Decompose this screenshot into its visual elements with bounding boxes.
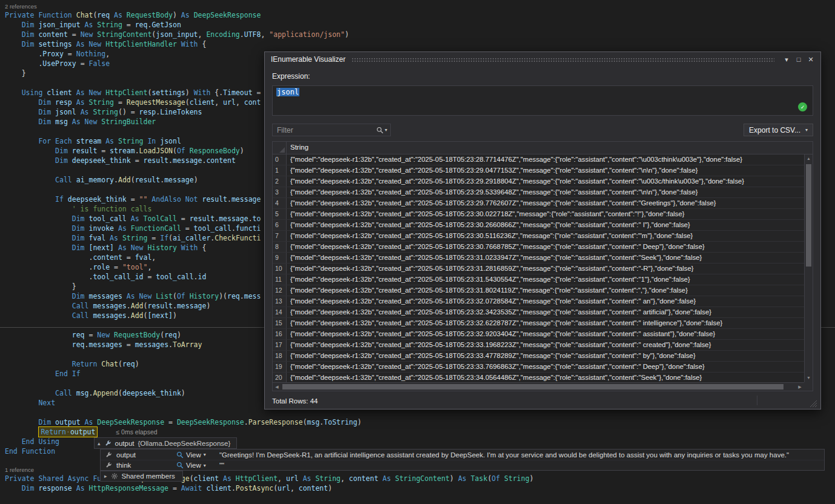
row-index-cell[interactable]: 16 — [273, 329, 287, 339]
grid-row[interactable]: 2{"model":"deepseek-r1:32b","created_at"… — [273, 176, 804, 187]
row-index-cell[interactable]: 6 — [273, 220, 287, 230]
codelens-references-label[interactable]: 2 references — [5, 2, 835, 10]
grid-row[interactable]: 0{"model":"deepseek-r1:32b","created_at"… — [273, 154, 804, 165]
row-index-cell[interactable]: 1 — [273, 165, 287, 176]
view-button[interactable]: View ▾ — [176, 451, 215, 459]
expand-expander-icon[interactable]: ▸ — [104, 473, 107, 479]
grid-row[interactable]: 9{"model":"deepseek-r1:32b","created_at"… — [273, 253, 804, 264]
row-value-cell[interactable]: {"model":"deepseek-r1:32b","created_at":… — [287, 154, 804, 165]
row-index-cell[interactable]: 7 — [273, 231, 287, 241]
row-value-cell[interactable]: {"model":"deepseek-r1:32b","created_at":… — [287, 329, 804, 339]
row-index-cell[interactable]: 18 — [273, 351, 287, 361]
row-value-cell[interactable]: {"model":"deepseek-r1:32b","created_at":… — [287, 274, 804, 285]
row-value-cell[interactable]: {"model":"deepseek-r1:32b","created_at":… — [287, 209, 804, 219]
grid-row[interactable]: 11{"model":"deepseek-r1:32b","created_at… — [273, 274, 804, 285]
row-index-cell[interactable]: 4 — [273, 198, 287, 208]
row-index-cell[interactable]: 10 — [273, 264, 287, 274]
scroll-left-icon[interactable]: ◀ — [273, 383, 281, 391]
resize-grip[interactable] — [809, 399, 817, 407]
row-index-cell[interactable]: 20 — [273, 373, 287, 382]
collapse-expander-icon[interactable]: ▴ — [98, 440, 101, 446]
title-drag-grip[interactable] — [351, 58, 774, 63]
export-to-csv-label: Export to CSV... — [749, 126, 800, 134]
grid-row[interactable]: 7{"model":"deepseek-r1:32b","created_at"… — [273, 231, 804, 242]
grid-row[interactable]: 3{"model":"deepseek-r1:32b","created_at"… — [273, 187, 804, 198]
row-value-cell[interactable]: {"model":"deepseek-r1:32b","created_at":… — [287, 340, 804, 350]
view-dropdown-icon[interactable]: ▾ — [204, 463, 206, 468]
scroll-up-icon[interactable]: ▲ — [805, 154, 813, 163]
vertical-scrollbar-thumb[interactable] — [806, 164, 811, 267]
grid-row[interactable]: 12{"model":"deepseek-r1:32b","created_at… — [273, 285, 804, 296]
row-index-cell[interactable]: 14 — [273, 307, 287, 317]
row-index-cell[interactable]: 0 — [273, 154, 287, 165]
row-index-cell[interactable]: 15 — [273, 318, 287, 328]
magnifier-icon — [176, 451, 184, 459]
grid-row[interactable]: 4{"model":"deepseek-r1:32b","created_at"… — [273, 198, 804, 209]
grid-row[interactable]: 16{"model":"deepseek-r1:32b","created_at… — [273, 329, 804, 340]
filter-box[interactable]: ▾ — [272, 124, 391, 136]
scroll-right-icon[interactable]: ▶ — [796, 383, 804, 391]
row-value-cell[interactable]: {"model":"deepseek-r1:32b","created_at":… — [287, 242, 804, 252]
close-icon[interactable]: ✕ — [805, 54, 817, 65]
vertical-scrollbar[interactable]: ▲ ▼ — [804, 154, 813, 382]
row-value-cell[interactable]: {"model":"deepseek-r1:32b","created_at":… — [287, 220, 804, 230]
row-index-cell[interactable]: 13 — [273, 296, 287, 307]
row-index-cell[interactable]: 5 — [273, 209, 287, 219]
row-index-cell[interactable]: 8 — [273, 242, 287, 252]
row-value-cell[interactable]: {"model":"deepseek-r1:32b","created_at":… — [287, 264, 804, 274]
export-to-csv-button[interactable]: Export to CSV... ▾ — [744, 124, 813, 136]
member-row-think[interactable]: think View ▾ "" — [101, 460, 824, 470]
row-value-cell[interactable]: {"model":"deepseek-r1:32b","created_at":… — [287, 198, 804, 208]
horizontal-scrollbar-thumb[interactable] — [282, 384, 783, 390]
grid-row[interactable]: 19{"model":"deepseek-r1:32b","created_at… — [273, 362, 804, 373]
shared-members-row[interactable]: ▸ Shared members — [100, 471, 183, 482]
row-index-cell[interactable]: 2 — [273, 176, 287, 187]
grid-row[interactable]: 5{"model":"deepseek-r1:32b","created_at"… — [273, 209, 804, 220]
row-index-cell[interactable]: 17 — [273, 340, 287, 350]
row-index-cell[interactable]: 19 — [273, 362, 287, 372]
grid-row[interactable]: 14{"model":"deepseek-r1:32b","created_at… — [273, 307, 804, 318]
row-value-cell[interactable]: {"model":"deepseek-r1:32b","created_at":… — [287, 231, 804, 241]
row-value-cell[interactable]: {"model":"deepseek-r1:32b","created_at":… — [287, 253, 804, 263]
grid-row[interactable]: 10{"model":"deepseek-r1:32b","created_at… — [273, 264, 804, 274]
row-index-cell[interactable]: 9 — [273, 253, 287, 263]
member-row-output[interactable]: output View ▾ "Greetings! I'm DeepSeek-R… — [101, 449, 824, 460]
row-index-cell[interactable]: 12 — [273, 285, 287, 296]
grid-row[interactable]: 18{"model":"deepseek-r1:32b","created_at… — [273, 351, 804, 362]
view-dropdown-icon[interactable]: ▾ — [204, 452, 206, 457]
grid-row[interactable]: 1{"model":"deepseek-r1:32b","created_at"… — [273, 165, 804, 176]
maximize-icon[interactable]: □ — [793, 54, 805, 65]
row-value-cell[interactable]: {"model":"deepseek-r1:32b","created_at":… — [287, 318, 804, 328]
row-index-cell[interactable]: 3 — [273, 187, 287, 197]
row-index-cell[interactable]: 11 — [273, 274, 287, 285]
expression-input[interactable]: jsonl ✓ — [272, 85, 813, 116]
row-value-cell[interactable]: {"model":"deepseek-r1:32b","created_at":… — [287, 285, 804, 296]
grid-row[interactable]: 13{"model":"deepseek-r1:32b","created_at… — [273, 296, 804, 307]
view-button[interactable]: View ▾ — [176, 462, 215, 469]
row-value-cell[interactable]: {"model":"deepseek-r1:32b","created_at":… — [287, 176, 804, 187]
search-icon[interactable] — [376, 127, 384, 134]
row-value-cell[interactable]: {"model":"deepseek-r1:32b","created_at":… — [287, 165, 804, 176]
datatip-header-row[interactable]: ▴ output {Ollama.DeepSeekResponse} — [94, 437, 237, 449]
horizontal-scrollbar[interactable]: ◀ ▶ — [273, 382, 804, 391]
row-value-cell[interactable]: {"model":"deepseek-r1:32b","created_at":… — [287, 351, 804, 361]
export-dropdown-icon[interactable]: ▾ — [805, 127, 808, 133]
visualizer-title-bar[interactable]: IEnumerable Visualizer ▾ □ ✕ — [265, 52, 820, 67]
total-rows-label: Total Rows: 44 — [272, 397, 318, 405]
row-value-cell[interactable]: {"model":"deepseek-r1:32b","created_at":… — [287, 373, 804, 382]
row-value-cell[interactable]: {"model":"deepseek-r1:32b","created_at":… — [287, 187, 804, 197]
filter-input[interactable] — [276, 125, 376, 135]
grid-row[interactable]: 15{"model":"deepseek-r1:32b","created_at… — [273, 318, 804, 329]
row-value-cell[interactable]: {"model":"deepseek-r1:32b","created_at":… — [287, 362, 804, 372]
row-value-cell[interactable]: {"model":"deepseek-r1:32b","created_at":… — [287, 296, 804, 307]
grid-row[interactable]: 8{"model":"deepseek-r1:32b","created_at"… — [273, 242, 804, 253]
search-dropdown-icon[interactable]: ▾ — [385, 127, 387, 133]
grid-row[interactable]: 17{"model":"deepseek-r1:32b","created_at… — [273, 340, 804, 351]
column-header-string[interactable]: String — [287, 142, 813, 154]
grid-row[interactable]: 20{"model":"deepseek-r1:32b","created_at… — [273, 373, 804, 382]
row-value-cell[interactable]: {"model":"deepseek-r1:32b","created_at":… — [287, 307, 804, 317]
grid-row[interactable]: 6{"model":"deepseek-r1:32b","created_at"… — [273, 220, 804, 231]
scroll-down-icon[interactable]: ▼ — [805, 374, 813, 382]
select-all-corner[interactable] — [273, 142, 287, 154]
window-menu-icon[interactable]: ▾ — [780, 54, 793, 65]
